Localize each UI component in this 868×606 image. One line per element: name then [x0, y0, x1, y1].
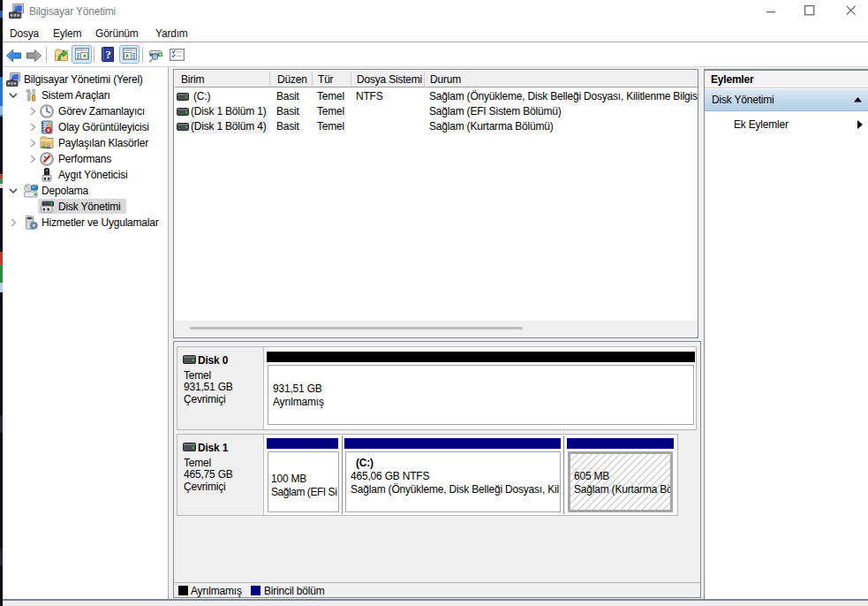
svg-text:?: ? — [106, 49, 111, 61]
